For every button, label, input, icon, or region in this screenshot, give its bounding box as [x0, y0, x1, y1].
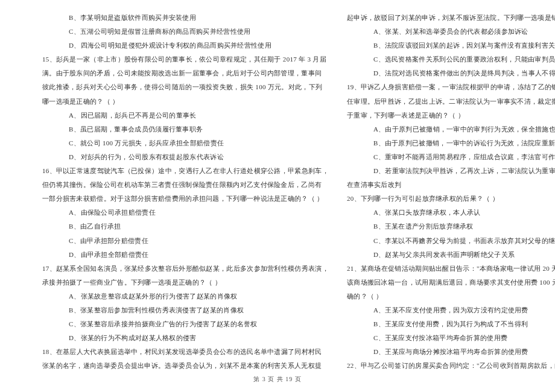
text-line: A、张某、刘某和选举委员会的代表都必须参加诉讼: [347, 25, 555, 39]
text-line: B、李某明知是盗版软件而购买并安装使用: [42, 11, 329, 25]
text-line: 起申诉，故驳回了刘某的申诉，刘某不服诉至法院。下列哪一选项是错误的？（ ）: [347, 11, 555, 25]
text-line: C、选民资格案件关系到公民的重要政治权利，只能由审判员组成合议庭进行审理: [347, 52, 555, 66]
text-line: C、五湖公司明知是假冒注册商标的商品而购买并经营性使用: [42, 25, 329, 39]
text-line: 但仍将其撞伤。保险公司在机动车第三者责任强制保险责任限额内对乙支付保险金后，乙尚…: [42, 178, 329, 192]
text-line: A、王某不应支付使用费，因为双方没有约定使用费: [347, 303, 555, 317]
text-line: B、王某在遗产分割后放弃继承权: [347, 220, 555, 233]
text-line: D、由甲承担全部赔偿责任: [42, 248, 329, 262]
text-line: D、对彭兵的行为，公司股东有权提起股东代表诉讼: [42, 150, 329, 164]
text-line: A、张某口头放弃继承权，本人承认: [347, 206, 555, 220]
text-line: B、虽已届期，董事会成员仍须履行董事职务: [42, 122, 329, 136]
exam-page: B、李某明知是盗版软件而购买并安装使用C、五湖公司明知是假冒注册商标的商品而购买…: [0, 0, 555, 373]
text-line: 一部分损害未获赔偿。对于这部分损害赔偿费用的承担问题，下列哪一种说法是正确的？（…: [42, 192, 329, 206]
text-line: 于重审，下列哪一表述是正确的？（ ）: [347, 109, 555, 122]
text-line: A、由于原判已被撤销，一审中的审判行为无效，保全措施也应解除: [347, 122, 555, 136]
text-line: 彼此推诿，彭兵对天心公司事务，使得公司随后的一项投资失败，损失 100 万元。对…: [42, 80, 329, 94]
text-line: A、张某故意整容成赵某外形的行为侵害了赵某的肖像权: [42, 289, 329, 303]
text-line: B、王某应支付使用费，因为其行为构成了不当得利: [347, 317, 555, 331]
text-line: 18、在基层人大代表换届选举中，村民刘某发现选举委员会公布的选民名单中遗漏了同村…: [42, 345, 329, 359]
text-line: 22、甲与乙公司签订的房屋买卖合同约定："乙公司收到首期房款后，向甲交付房屋和房…: [347, 359, 555, 373]
left-column: B、李某明知是盗版软件而购买并安装使用C、五湖公司明知是假冒注册商标的商品而购买…: [42, 11, 329, 373]
text-line: D、四海公司明知是侵犯外观设计专利权的商品而购买并经营性使用: [42, 39, 329, 52]
text-line: C、李某以不再赡养父母为前提，书面表示放弃其对父母的继承权: [347, 234, 555, 248]
text-line: A、由保险公司承担赔偿责任: [42, 206, 329, 220]
text-line: C、就公司 100 万元损失，彭兵应承担全部赔偿责任: [42, 136, 329, 150]
text-line: 20、下列哪一行为可引起放弃继承权的后果？（ ）: [347, 192, 555, 206]
text-line: 哪一选项是正确的？（ ）: [42, 95, 329, 109]
text-line: 21、某商场在促销活动期间贴出醒目告示："本商场家电一律试用 20 天，满意者付…: [347, 262, 555, 276]
text-line: C、张某整容后承接并拍摄商业广告的行为侵害了赵某的名誉权: [42, 317, 329, 331]
text-line: 任审理。后甲胜诉，乙提出上诉。二审法院认为一审事实不清，裁定撤销原判，发回重审。…: [347, 95, 555, 109]
text-line: C、重审时不能再适用简易程序，应组成合议庭，李法官可作为合议庭成员参加重审: [347, 150, 555, 164]
right-column: 起申诉，故驳回了刘某的申诉，刘某不服诉至法院。下列哪一选项是错误的？（ ）A、张…: [347, 11, 555, 373]
text-line: D、张某的行为不构成对赵某人格权的侵害: [42, 331, 329, 345]
text-line: 确的？（ ）: [347, 289, 555, 303]
page-footer: 第 3 页 共 19 页: [0, 375, 555, 384]
text-line: D、若重审法院判决甲胜诉，乙再次上诉，二审法院认为重审认定的事实依然错误，则只能: [347, 164, 555, 178]
text-line: B、张某整容后参加营利性模仿秀表演侵害了赵某的肖像权: [42, 303, 329, 317]
text-line: C、由甲承担部分赔偿责任: [42, 234, 329, 248]
text-line: B、由乙自行承担: [42, 220, 329, 233]
text-line: 17、赵某系全国知名演员，张某经多次整容后外形酷似赵某，此后多次参加营利性模仿秀…: [42, 262, 329, 276]
text-line: 15、彭兵是一家（非上市）股份有限公司的董事长，依公司章程规定，其任期于 201…: [42, 52, 329, 66]
text-line: A、因已届期，彭兵已不再是公司的董事长: [42, 109, 329, 122]
text-line: D、赵某与父亲共同发表书面声明断绝父子关系: [347, 248, 555, 262]
text-line: B、法院应该驳回刘某的起诉，因刘某与案件没有直接利害关系: [347, 39, 555, 52]
text-line: D、法院对选民资格案件做出的判决是终局判决，当事人不得对此提起上诉: [347, 66, 555, 80]
text-line: 16、甲以正常速度驾驶汽车（已投保）途中，突遇行人乙在非人行道处横穿公路，甲紧急…: [42, 164, 329, 178]
text-line: 该商场搬回冰箱一台，试用期满后退回，商场要求其支付使用费 100 元。下列哪一种…: [347, 276, 555, 289]
text-line: D、王某应与商场分摊按冰箱平均寿命折算的使用费: [347, 345, 555, 359]
text-line: 19、甲诉乙人身损害赔偿一案，一审法院根据甲的申请，冻结了乙的银行账户，并由李法…: [347, 80, 555, 94]
text-line: C、王某应支付按冰箱平均寿命折算的使用费: [347, 331, 555, 345]
text-line: B、由于原判已被撤销，一审中的诉讼行为无效，法院应重新指定举证时限: [347, 136, 555, 150]
text-line: 满。由于股东间的矛盾，公司未能按期改选出新一届董事会，此后对于公司内部管理，董事…: [42, 66, 329, 80]
text-line: 承接并拍摄了一些商业广告。下列哪一选项是正确的？（ ）: [42, 276, 329, 289]
text-line: 张某的名字，遂向选举委员会提出申诉。选举委员会认为，刘某不是本案的利害关系人无权…: [42, 359, 329, 373]
text-line: 在查清事实后改判: [347, 178, 555, 192]
